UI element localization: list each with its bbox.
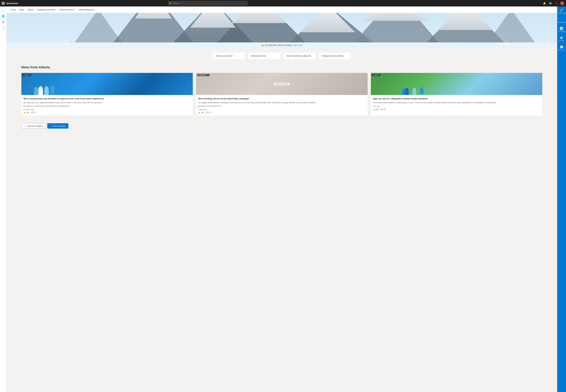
my-links-icon: ⭐ [560,36,563,40]
search-bar: 🔍 [168,1,248,5]
news-card-3-comments: 22 [384,108,386,111]
news-card-2-likes: 165 [201,112,204,113]
tag-dot-icon [46,106,48,107]
right-sidebar-people-finder[interactable]: 👤 People Finder [557,17,566,23]
about-wawanesa-chevron-icon: ▾ [94,9,95,11]
main-container: Home News Events Employee Essentials ▾ W… [6,6,557,133]
notification-bar: 🔔 Our Edmonton office is moving! Learn m… [6,42,557,48]
news-card-2-tags: PROJECTS AND INITIATIVES [198,105,365,107]
see-all-button[interactable]: → See all updates [47,123,68,128]
people-finder-label: People Finder [557,22,566,23]
news-section: News from Alberta ALBERTA We're announci… [21,65,542,128]
notification-text: Our Edmonton office is moving! [265,44,292,46]
sidebar-item-home[interactable]: ⌂ [0,8,6,13]
servicenow-label: ServiceNow [558,31,565,33]
employee-essentials-chevron-icon: ▾ [55,9,56,11]
avatar-initial: U [562,2,563,4]
arrow-icon: → [50,125,52,127]
sidebar-item-document[interactable]: 📄 [0,25,6,31]
news-card-2[interactable]: 8 REGIONS · · · We're kicking off our lo… [196,73,368,116]
sidebar-item-hub[interactable]: ⊞ [0,19,6,25]
time-zones-icon: 🕐 [560,45,564,49]
nav-news[interactable]: News [17,6,26,13]
help-button[interactable]: ❓ [554,1,558,5]
quick-link-alberta-phone[interactable]: Alberta phone list [248,52,280,59]
news-cards: ALBERTA We're announcing new benefits to… [21,73,542,116]
news-card-2-title: We're kicking off our local United Way c… [198,97,365,100]
news-card-2-excerpt: Our biggest yearly initative is kicking … [198,101,365,104]
nav-events[interactable]: Events [26,6,35,13]
content-area: Alberta buy and sell Alberta phone list … [6,48,557,133]
right-sidebar-servicenow[interactable]: 📊 ServiceNow [558,27,565,33]
news-card-3[interactable]: ALBERTA Sign up now for LifeSpeak's ment… [371,73,542,116]
news-card-2-badge: 8 REGIONS · · · [197,74,209,76]
news-card-3-actions: 👍 165 💬 22 [373,108,540,111]
right-sidebar-time-zones[interactable]: 🕐 Time zones [558,45,565,51]
news-card-2-comment-button[interactable]: 💬 22 [206,112,211,113]
news-card-2-comments: 22 [209,112,211,113]
like-icon: 👍 [23,112,26,113]
app-name: SharePoint [6,2,18,5]
news-card-1-title: We're announcing new benefits to improve… [23,97,191,100]
news-card-1-badge: ALBERTA [23,74,31,76]
quick-link-alberta-safety[interactable]: Alberta health and safety site [283,52,316,59]
news-card-2-body: We're kicking off our local United Way c… [196,95,368,116]
news-card-1-body: We're announcing new benefits to improve… [21,95,193,116]
news-card-3-title: Sign up now for LifeSpeak's mental healt… [373,97,540,100]
news-card-2-image-bg [196,73,368,95]
news-card-1-tag-2: OPERATING FUNDAMENTALS [46,105,70,107]
separator [21,120,542,120]
settings-button[interactable]: ⚙️ [548,1,552,5]
news-card-3-badge: ALBERTA [372,74,381,76]
news-section-title: News from Alberta [21,65,542,69]
tag-dot-icon [198,106,199,107]
search-input[interactable] [168,1,248,5]
nav-home[interactable]: Home [9,6,17,13]
load-more-button[interactable]: ＋ Load more updates [21,123,45,128]
news-card-2-like-button[interactable]: 👍 165 [198,112,204,113]
popular-links-label: Popular Links [558,12,566,14]
news-card-3-likes: 165 [376,108,379,111]
news-card-3-excerpt: Our mental health marathon is taking pla… [373,101,540,104]
news-card-2-actions: 👍 165 💬 22 [198,112,365,113]
people-finder-icon: 👤 [560,17,563,21]
comment-icon: 💬 [206,112,208,113]
quick-link-alberta-buy-sell[interactable]: Alberta buy and sell [212,52,245,59]
news-card-3-body: Sign up now for LifeSpeak's mental healt… [371,95,542,112]
nav-work-resources[interactable]: Work Resources ▾ [58,6,77,13]
news-card-3-comment-button[interactable]: 💬 22 [381,108,386,111]
notification-link[interactable]: Learn more [293,44,302,46]
servicenow-icon: 📊 [560,27,563,30]
like-icon: 👍 [198,112,200,113]
plus-icon: ＋ [24,125,26,127]
avatar[interactable]: U [560,1,564,5]
news-card-1-comment-button[interactable]: 💬 22 [31,112,36,113]
nav-about-wawanesa[interactable]: About Wawanesa ▾ [77,6,97,13]
news-card-3-image-bg [371,73,542,95]
news-card-1-actions: 👍 165 💬 22 [23,112,191,113]
work-resources-chevron-icon: ▾ [74,9,75,11]
news-card-1-like-button[interactable]: 👍 165 [23,112,29,113]
action-buttons: ＋ Load more updates → See all updates [21,123,542,128]
waffle-icon[interactable] [2,2,5,5]
news-card-1-tag-1: COMMUNITY ORIENTATION [23,105,45,107]
sidebar-item-sites[interactable]: 🌐 [0,14,6,19]
news-card-1-comments: 22 [34,112,36,113]
comment-icon: 💬 [31,112,33,113]
right-sidebar-my-links[interactable]: ⭐ My Links [559,36,564,42]
news-card-3-like-button[interactable]: 👍 165 [373,108,379,111]
right-sidebar-popular-links[interactable]: 🔗 Popular Links [558,8,566,14]
hero-banner [6,13,557,42]
news-card-1[interactable]: ALBERTA We're announcing new benefits to… [21,73,193,116]
left-sidebar: ⌂ 🌐 ⊞ 📄 [0,6,6,392]
app-logo[interactable]: SharePoint [2,2,18,5]
news-card-1-image: ALBERTA [21,73,193,95]
site-nav: Home News Events Employee Essentials ▾ W… [6,6,557,13]
quick-link-visiting-alberta[interactable]: Visiting the Alberta offices [319,52,351,59]
quick-links: Alberta buy and sell Alberta phone list … [21,52,542,59]
right-sidebar: 🔗 Popular Links 👤 People Finder 📊 Servic… [557,6,566,392]
notifications-button[interactable]: 🔔 [542,1,547,5]
popular-links-icon: 🔗 [560,8,563,12]
news-card-1-excerpt: We heard you in our regional employee su… [23,101,191,104]
nav-employee-essentials[interactable]: Employee Essentials ▾ [35,6,58,13]
